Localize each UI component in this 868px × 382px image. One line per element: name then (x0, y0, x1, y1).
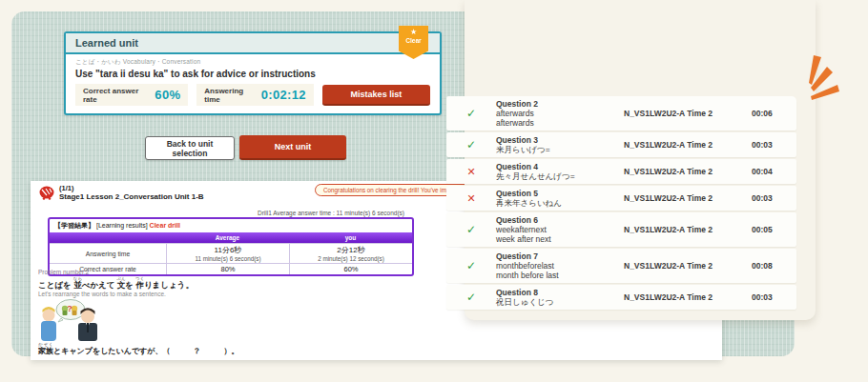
caption-en: [Learning results] (96, 222, 148, 229)
page-indicator: (1/1) (59, 184, 73, 192)
question-main: Question 5再来年さらいねん (496, 189, 609, 208)
question-row[interactable]: ✓Question 6weekafternextweek after nextN… (446, 212, 796, 247)
answer-time-label: Answering time (204, 87, 256, 104)
question-row[interactable]: ✕Question 5再来年さらいねんN_VS1LW2U2-A Time 200… (446, 186, 796, 211)
question-title: Question 3 (496, 135, 609, 145)
question-time: 00:03 (752, 193, 799, 203)
correct-rate-value: 60% (155, 88, 180, 102)
back-to-unit-selection-button[interactable]: Back to unit selection (145, 136, 235, 160)
question-row[interactable]: ✓Question 7monthbeforelastmonth before l… (446, 249, 796, 283)
wrong-cross-icon: ✕ (446, 192, 496, 204)
answer-time-value: 0:02:12 (261, 88, 306, 102)
question-row[interactable]: ✓Question 3来月らいげつ=N_VS1LW2U2-A Time 200:… (446, 132, 796, 157)
correct-rate-label: Correct answer rate (83, 87, 149, 104)
results-table-caption: 【学習結果】 [Learning results] Clear drill (50, 219, 412, 232)
caption-jp: 【学習結果】 (54, 222, 94, 229)
star-icon: ★ (410, 28, 417, 37)
question-answer-line: afterwards (496, 109, 609, 118)
col-average: Average (166, 232, 289, 243)
correct-check-icon: ✓ (446, 108, 496, 119)
svg-text:?: ? (67, 304, 72, 313)
correct-check-icon: ✓ (446, 292, 496, 303)
correct-check-icon: ✓ (446, 224, 496, 235)
question-row[interactable]: ✓Question 2afterwardsafterwardsN_VS1LW2U… (446, 96, 796, 131)
you-correct-rate: 60% (289, 263, 412, 274)
question-main: Question 8祝日しゅくじつ (496, 288, 609, 307)
question-answer-line: 先々月せんせんげつ= (496, 171, 609, 181)
avg-answering-time: 11分6秒 11 minute(s) 6 second(s) (166, 243, 289, 263)
question-row[interactable]: ✕Question 4先々月せんせんげつ=N_VS1LW2U2-A Time 2… (446, 159, 796, 184)
question-title: Question 4 (496, 162, 609, 171)
question-list: ✓Question 2afterwardsafterwardsN_VS1LW2U… (446, 96, 796, 312)
row-answering-time-label: Answering time (50, 243, 166, 263)
question-sentence: 家族かぞくとキャンプをしたいんですが、（ ？ ）。 (38, 342, 238, 356)
avg-correct-rate: 80% (166, 263, 289, 274)
unit-category-label: ことば・かいわ Vocabulary・Conversation (75, 58, 430, 67)
question-unit-code: N_VS1LW2U2-A Time 2 (609, 167, 752, 176)
question-answer-line: weekafternext (496, 225, 609, 234)
answer-time-box: Answering time 0:02:12 (196, 84, 313, 106)
correct-check-icon: ✓ (446, 260, 496, 271)
question-answer-line: 来月らいげつ= (496, 145, 609, 154)
question-row[interactable]: ✓Question 8祝日しゅくじつN_VS1LW2U2-A Time 200:… (446, 285, 796, 310)
question-main: Question 2afterwardsafterwards (496, 99, 609, 128)
question-unit-code: N_VS1LW2U2-A Time 2 (609, 292, 752, 302)
problem-number: Problem number:2 (38, 269, 89, 275)
learned-unit-panel: Learned unit ことば・かいわ Vocabulary・Conversa… (64, 31, 442, 115)
col-you: you (289, 232, 412, 243)
clear-badge-label: Clear (405, 37, 421, 44)
instruction-english: Let's rearrange the words to make a sent… (38, 291, 166, 297)
emphasis-marks-icon (782, 46, 843, 105)
learned-unit-header: Learned unit (66, 33, 440, 54)
question-title: Question 6 (496, 215, 609, 225)
characters-illustration: ? (38, 299, 113, 341)
question-answer-line: afterwards (496, 118, 609, 128)
app-canvas: Learned unit ことば・かいわ Vocabulary・Conversa… (0, 0, 868, 382)
mascot-icon (38, 185, 55, 202)
mistakes-list-button[interactable]: Mistakes list (322, 85, 430, 106)
question-answer-line: 再来年さらいねん (496, 198, 609, 208)
correct-rate-box: Correct answer rate 60% (75, 84, 188, 106)
learning-results-table: 【学習結果】 [Learning results] Clear drill Av… (48, 217, 414, 276)
correct-check-icon: ✓ (446, 139, 496, 151)
question-time: 00:03 (752, 140, 799, 150)
breadcrumb: Stage1 Lesson 2_Conversation Unit 1-B (59, 192, 204, 201)
question-title: Question 2 (496, 99, 609, 109)
question-answer-line: monthbeforelast (496, 261, 609, 271)
question-title: Question 8 (496, 288, 609, 297)
drill-average-time: Drill1 Average answer time : 11 minute(s… (258, 210, 404, 216)
question-title: Question 5 (496, 189, 609, 198)
question-unit-code: N_VS1LW2U2-A Time 2 (609, 109, 752, 118)
question-answer-line: week after next (496, 234, 609, 244)
question-answer-line: month before last (496, 271, 609, 280)
question-time: 00:08 (752, 261, 799, 271)
question-unit-code: N_VS1LW2U2-A Time 2 (609, 225, 752, 234)
question-main: Question 6weekafternextweek after next (496, 215, 609, 244)
results-table-header: Average you (50, 232, 412, 243)
question-time: 00:03 (752, 292, 799, 302)
question-main: Question 7monthbeforelastmonth before la… (496, 251, 609, 280)
question-title: Question 7 (496, 251, 609, 261)
question-time: 00:05 (752, 225, 799, 234)
wrong-cross-icon: ✕ (446, 166, 496, 177)
question-main: Question 4先々月せんせんげつ= (496, 162, 609, 181)
question-unit-code: N_VS1LW2U2-A Time 2 (609, 261, 752, 271)
next-unit-button[interactable]: Next unit (239, 135, 346, 160)
question-time: 00:04 (752, 167, 799, 176)
question-unit-code: N_VS1LW2U2-A Time 2 (609, 193, 752, 203)
question-answer-line: 祝日しゅくじつ (496, 297, 609, 307)
question-time: 00:06 (752, 109, 799, 118)
you-answering-time: 2分12秒 2 minute(s) 12 second(s) (289, 243, 412, 263)
question-unit-code: N_VS1LW2U2-A Time 2 (609, 140, 752, 150)
question-main: Question 3来月らいげつ= (496, 135, 609, 154)
caption-status: Clear drill (150, 222, 180, 229)
instruction-japanese: ことばを 並ならべかえて 文ぶんを 作つくりましょう。 (38, 276, 194, 292)
unit-title: Use "tara ii desu ka" to ask for advice … (75, 69, 430, 79)
